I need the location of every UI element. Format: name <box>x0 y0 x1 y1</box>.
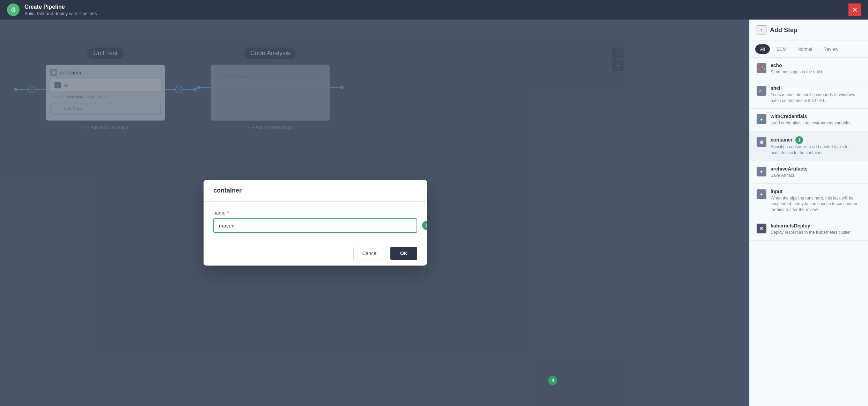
shell-name: shell <box>771 85 861 91</box>
container-name: container <box>771 137 793 143</box>
archiveartifacts-name: archiveArtifacts <box>771 166 861 172</box>
right-panel: ‹ Add Step All SCM Normal Review 📣 echo … <box>749 20 868 406</box>
container-name-row: container 1 <box>771 136 861 144</box>
app-title-group: Create Pipeline Build, test and deploy w… <box>24 4 97 16</box>
name-field-wrapper: 2 <box>213 218 417 233</box>
step-item-kubernetesdeploy[interactable]: ⚙ kubernetsDeploy Deploy resources to th… <box>750 218 868 241</box>
app-title: Create Pipeline <box>24 4 97 10</box>
archiveartifacts-desc: Save Artifact <box>771 173 861 179</box>
shell-icon: >_ <box>757 86 766 96</box>
panel-back-button[interactable]: ‹ <box>757 25 766 35</box>
kubernetesdeploy-content: kubernetsDeploy Deploy resources to the … <box>771 223 861 235</box>
input-desc: When the pipeline runs here, this task w… <box>771 195 861 213</box>
cancel-button[interactable]: Cancel <box>353 247 386 260</box>
archiveartifacts-icon: ● <box>757 167 766 176</box>
required-indicator: * <box>227 210 229 216</box>
shell-desc: You can execute shell commands or window… <box>771 92 861 104</box>
echo-icon: 📣 <box>757 63 766 73</box>
app-logo: ⚙ <box>7 3 20 16</box>
kubernetesdeploy-name: kubernetsDeploy <box>771 223 861 229</box>
withcredentials-content: withCredentials Load credentials into en… <box>771 114 861 126</box>
container-desc: Specify a container to add nested tasks … <box>771 144 861 156</box>
kubernetesdeploy-desc: Deploy resources to the Kubernetes clust… <box>771 230 861 235</box>
withcredentials-icon: ● <box>757 114 766 124</box>
step-item-echo[interactable]: 📣 echo Send messages in the build <box>750 58 868 80</box>
modal-body: name * 2 3 <box>204 202 427 241</box>
step-badge-2: 2 <box>422 221 427 230</box>
step-item-container[interactable]: ▣ container 1 Specify a container to add… <box>750 131 868 161</box>
name-input[interactable] <box>213 218 417 233</box>
tab-review[interactable]: Review <box>818 44 843 54</box>
echo-name: echo <box>771 63 861 68</box>
step-item-withcredentials[interactable]: ● withCredentials Load credentials into … <box>750 109 868 131</box>
ok-button[interactable]: OK <box>390 247 417 260</box>
step-item-shell[interactable]: >_ shell You can execute shell commands … <box>750 80 868 109</box>
panel-header: ‹ Add Step <box>750 20 868 41</box>
modal-footer: Cancel OK <box>204 241 427 266</box>
echo-content: echo Send messages in the build <box>771 63 861 75</box>
withcredentials-desc: Load credentials into environment variab… <box>771 120 861 126</box>
step-item-input[interactable]: ● input When the pipeline runs here, thi… <box>750 184 868 218</box>
modal-overlay: container name * 2 3 Cancel OK <box>0 39 631 406</box>
label-text: name <box>213 210 226 216</box>
pipeline-canvas: + − Unit Test + ▣ container <box>0 20 749 406</box>
name-field-label: name * <box>213 210 417 216</box>
container-list-icon: ▣ <box>757 137 766 147</box>
step-item-archiveartifacts[interactable]: ● archiveArtifacts Save Artifact <box>750 161 868 184</box>
kubernetesdeploy-icon: ⚙ <box>757 224 766 233</box>
shell-content: shell You can execute shell commands or … <box>771 85 861 104</box>
app-subtitle: Build, test and deploy with Pipelines <box>24 11 97 16</box>
input-content: input When the pipeline runs here, this … <box>771 189 861 213</box>
topbar: ⚙ Create Pipeline Build, test and deploy… <box>0 0 868 20</box>
input-name: input <box>771 189 861 194</box>
close-button[interactable]: ✕ <box>848 3 861 16</box>
tab-all[interactable]: All <box>755 44 770 54</box>
echo-desc: Send messages in the build <box>771 69 861 75</box>
archiveartifacts-content: archiveArtifacts Save Artifact <box>771 166 861 179</box>
tab-scm[interactable]: SCM <box>771 44 791 54</box>
input-icon: ● <box>757 189 766 199</box>
panel-title: Add Step <box>770 27 797 34</box>
withcredentials-name: withCredentials <box>771 114 861 119</box>
tab-normal[interactable]: Normal <box>793 44 817 54</box>
modal-title: container <box>204 180 427 202</box>
container-content: container 1 Specify a container to add n… <box>771 136 861 156</box>
container-badge: 1 <box>795 136 803 144</box>
container-modal: container name * 2 3 Cancel OK <box>204 180 427 266</box>
panel-tabs: All SCM Normal Review <box>750 41 868 58</box>
